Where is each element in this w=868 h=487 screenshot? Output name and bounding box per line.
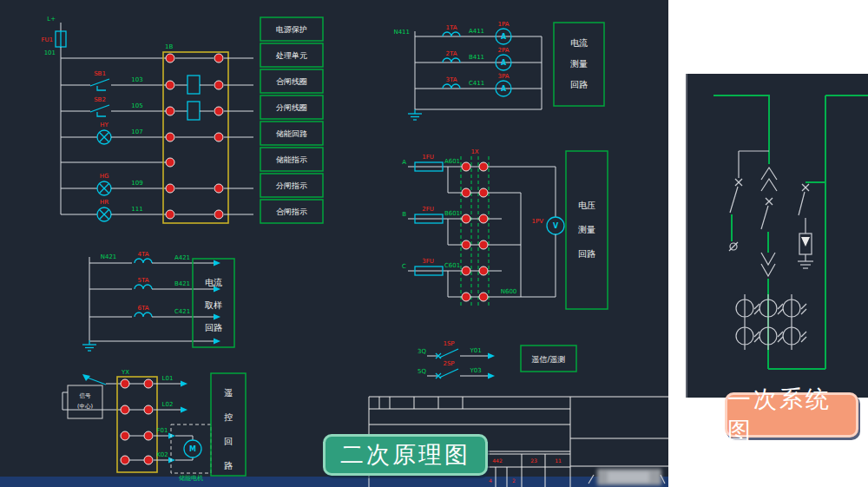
arrow-icon [181, 407, 187, 413]
control-circuit: L+ FU1 101 SB1 103 SB2 [41, 16, 170, 221]
legend-item: 合闸指示 [276, 207, 307, 216]
screenshot-stage: L+ FU1 101 SB1 103 SB2 [0, 0, 868, 487]
switch-label: SB1 [94, 70, 106, 77]
remote-control-circuit: 信号 (中心) YX L01 [62, 369, 246, 482]
lamp-icon [97, 130, 111, 144]
motor-caption: 储能电机 [179, 475, 203, 482]
terminal-strip-label: 1X [470, 148, 478, 155]
fuse-label: 2FU [422, 206, 434, 213]
legend-column: 电源保护 处理单元 合闸线圈 分闸线圈 储能回路 储能指示 分闸指示 合闸指示 [260, 17, 323, 223]
block-label: 电压 [578, 201, 595, 210]
legend-item: 合闸线圈 [276, 77, 307, 86]
ct-group-icon [736, 294, 806, 350]
wire-label: C601 [444, 262, 460, 269]
arrow-icon [488, 353, 495, 359]
cad-canvas-secondary: L+ FU1 101 SB1 103 SB2 [0, 0, 668, 487]
disconnector-icon [730, 151, 742, 213]
arrow-icon [181, 381, 187, 387]
wire-label: N600 [501, 288, 517, 295]
note-text: 信号 [80, 392, 92, 399]
arrow-icon [168, 433, 175, 439]
wire-label: B421 [174, 280, 190, 287]
fuse-icon [56, 31, 66, 47]
legend-item: 分闸线圈 [276, 103, 307, 112]
wire-label: L01 [162, 375, 174, 382]
arrow-icon [214, 339, 220, 345]
lamp-label: HR [100, 199, 108, 206]
wire-label: 5Q [418, 368, 426, 375]
switch-label: SB2 [94, 96, 106, 103]
phase-label: B [402, 211, 406, 218]
titleblock-text: 23 [530, 457, 537, 464]
phase-label: C [402, 263, 406, 270]
wire-label: N421 [101, 253, 117, 260]
ct-label: 4TA [138, 251, 149, 258]
current-sample-circuit: N421 4TA A421 5TA B421 6TA C421 [82, 251, 234, 351]
nc-contact-icon [90, 105, 109, 116]
ct-icon [443, 58, 460, 63]
ground-icon [408, 109, 422, 120]
nc-contact-icon [90, 79, 109, 90]
meter-letter: A [501, 85, 507, 93]
wire-label: A601 [444, 158, 460, 165]
telemetry-circuit: 3Q 1SP Y01 5Q 2SP Y03 遥信/遥测 [418, 340, 576, 379]
block-label: 回路 [578, 249, 595, 259]
ct-icon [443, 32, 460, 36]
arrow-icon [488, 373, 495, 379]
ct-icon [135, 259, 152, 263]
ct-label: 2TA [446, 50, 457, 57]
drawout-chevron-up-icon [761, 168, 777, 191]
meter-letter: V [553, 222, 559, 230]
ct-icon [135, 285, 152, 289]
wire-label: 103 [131, 76, 142, 83]
drawout-chevron-down-icon [761, 253, 775, 276]
wire-label: C421 [174, 308, 190, 315]
wire-label: N411 [393, 29, 410, 36]
box-label: YX [121, 369, 129, 376]
wire-label: 109 [131, 180, 142, 187]
earth-switch-icon [729, 242, 738, 251]
titleblock-text: 442 [492, 457, 503, 464]
wire-label: F01 [157, 427, 168, 434]
secondary-schematic-chip[interactable]: 二次原理图 [323, 434, 488, 476]
motor-letter: M [189, 445, 196, 453]
meter-letter: A [501, 59, 507, 67]
meter-label: 1PV [532, 218, 544, 225]
legend-item: 电源保护 [276, 25, 307, 34]
block-label: 取样 [205, 300, 222, 310]
block-label: 测量 [578, 225, 595, 234]
ground-icon [82, 340, 96, 351]
lamp-icon [97, 207, 111, 221]
wire-label: 101 [44, 49, 56, 56]
switch-label: 1SP [443, 340, 454, 347]
wire-label: B601 [444, 210, 460, 217]
block-label: 控 [224, 412, 233, 422]
primary-system-svg [687, 74, 868, 398]
ct-label: 1TA [446, 24, 457, 31]
note-text: (中心) [77, 403, 93, 410]
wire-label: K02 [156, 451, 168, 458]
fuse-label: 3FU [422, 258, 434, 265]
phase-label: A [402, 159, 406, 166]
changeover-switch-icon [82, 374, 106, 385]
primary-system-chip[interactable]: 一次系统图 [725, 392, 858, 438]
titleblock-text: 11 [555, 457, 562, 464]
wire-label: 105 [131, 102, 142, 109]
switch-label: 2SP [443, 360, 454, 367]
box-label: 1B [165, 43, 173, 50]
blurred-stamp [597, 469, 661, 485]
primary-single-line [713, 95, 868, 369]
wire-label: L02 [162, 401, 174, 408]
wire-label: A411 [469, 28, 484, 35]
wire-label: B411 [469, 54, 484, 61]
meter-label: 3PA [497, 73, 509, 80]
block-label: 遥信/遥测 [531, 355, 565, 364]
wire-label: Y01 [469, 347, 481, 354]
wire-label: C411 [469, 80, 484, 87]
fuse-label: FU1 [41, 36, 53, 43]
block-label: 回路 [570, 80, 588, 89]
block-label: 测量 [570, 59, 588, 69]
wire-label: 107 [131, 128, 142, 135]
arrow-icon [168, 457, 175, 464]
titleblock-text: 4 [489, 477, 492, 484]
